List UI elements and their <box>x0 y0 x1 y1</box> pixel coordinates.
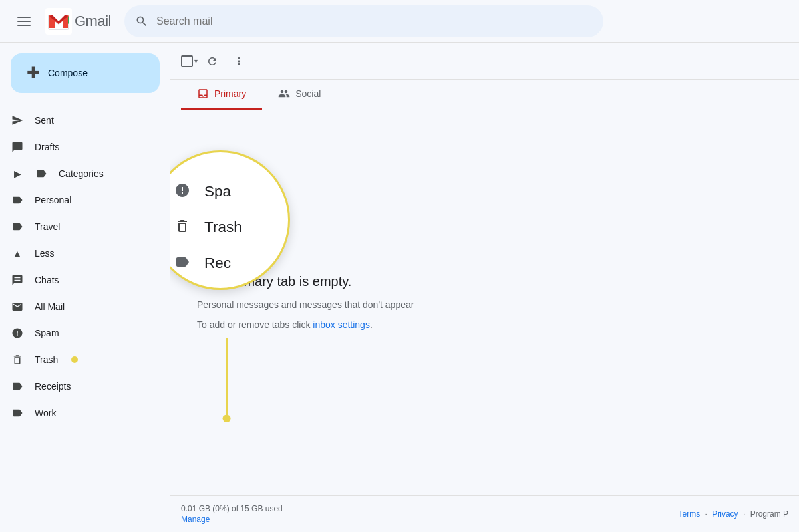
zoom-receipts-icon <box>172 252 192 272</box>
zoom-circle: Spa Trash <box>170 150 290 290</box>
zoom-item-trash: Trash <box>170 208 276 244</box>
inbox-settings-link[interactable]: inbox settings <box>313 319 370 330</box>
sidebar-divider <box>0 104 170 104</box>
zoom-item-receipts: Rec <box>170 244 276 280</box>
zoom-trash-icon <box>172 216 192 236</box>
sidebar-item-label: Spam <box>35 328 59 338</box>
app-title: Gmail <box>75 13 111 30</box>
compose-label: Compose <box>48 68 88 78</box>
trash-icon <box>11 353 24 366</box>
tabs-bar: Primary Social <box>170 80 799 110</box>
social-icon <box>278 88 290 100</box>
svg-rect-1 <box>17 21 31 22</box>
zoom-spam-label: Spa <box>204 182 231 199</box>
manage-storage-link[interactable]: Manage <box>181 515 283 524</box>
svg-rect-2 <box>17 25 31 26</box>
storage-text: 0.01 GB (0%) of 15 GB used <box>181 504 283 513</box>
mail-icon <box>11 300 24 313</box>
empty-desc-text: Personal messages and messages that don'… <box>197 299 414 310</box>
privacy-link[interactable]: Privacy <box>712 509 738 519</box>
sidebar-item-trash[interactable]: Trash <box>0 346 160 373</box>
zoom-trash-label: Trash <box>204 217 242 235</box>
sidebar-item-travel[interactable]: Travel <box>0 213 160 240</box>
search-input[interactable] <box>156 15 593 27</box>
search-icon <box>135 15 148 28</box>
more-options-button[interactable] <box>227 49 251 73</box>
sent-icon <box>11 114 24 127</box>
sidebar-item-label: Travel <box>35 221 60 232</box>
menu-button[interactable] <box>11 8 37 35</box>
footer: 0.01 GB (0%) of 15 GB used Manage Terms … <box>170 495 799 532</box>
footer-links: Terms · Privacy · Program P <box>679 509 788 519</box>
expand-icon: ▶ <box>11 167 24 180</box>
label-icon <box>11 406 24 420</box>
select-all-checkbox[interactable] <box>181 55 193 67</box>
settings-prefix: To add or remove tabs click <box>197 319 313 330</box>
empty-state-description: Personal messages and messages that don'… <box>197 297 516 312</box>
trash-indicator-dot <box>71 356 78 363</box>
sidebar-item-receipts[interactable]: Receipts <box>0 373 160 400</box>
sidebar: ✚ Compose Sent Drafts ▶ <box>0 43 170 532</box>
label-icon <box>11 380 24 393</box>
zoom-item-spam: Spa <box>170 172 276 208</box>
tab-primary-label: Primary <box>214 88 246 99</box>
refresh-button[interactable] <box>200 49 224 73</box>
program-text: Program P <box>750 509 788 519</box>
search-bar[interactable] <box>124 5 603 37</box>
footer-storage: 0.01 GB (0%) of 15 GB used Manage <box>181 504 283 524</box>
expand-less-icon: ▲ <box>11 247 24 260</box>
svg-rect-0 <box>17 17 31 18</box>
sidebar-item-personal[interactable]: Personal <box>0 187 160 213</box>
select-all-area[interactable]: ▾ <box>181 55 198 67</box>
sidebar-item-label: Trash <box>35 354 58 365</box>
sidebar-item-chats[interactable]: Chats <box>0 267 160 293</box>
sidebar-item-label: Categories <box>59 168 104 179</box>
sidebar-item-work[interactable]: Work <box>0 400 160 426</box>
label-icon <box>11 194 24 207</box>
zoom-spam-icon <box>172 180 192 200</box>
sidebar-item-spam[interactable]: Spam <box>0 320 160 346</box>
sidebar-item-less[interactable]: ▲ Less <box>0 240 160 267</box>
chat-icon <box>11 273 24 287</box>
terms-link[interactable]: Terms <box>679 509 701 519</box>
select-dropdown-arrow[interactable]: ▾ <box>194 57 198 65</box>
zoom-receipts-label: Rec <box>204 253 231 271</box>
gmail-logo[interactable]: Gmail <box>45 8 111 35</box>
spam-icon <box>11 327 24 340</box>
sidebar-item-label: Receipts <box>35 381 71 392</box>
settings-suffix: . <box>370 319 373 330</box>
sidebar-item-label: Less <box>35 248 55 259</box>
sidebar-item-label: Chats <box>35 275 59 285</box>
label-icon <box>11 220 24 233</box>
sidebar-item-label: Drafts <box>35 142 59 152</box>
sidebar-item-categories[interactable]: ▶ Categories <box>0 160 160 187</box>
drafts-icon <box>11 140 24 154</box>
tab-primary[interactable]: Primary <box>181 80 262 110</box>
top-bar: Gmail <box>0 0 799 43</box>
sidebar-item-label: Personal <box>35 195 71 205</box>
label-icon <box>35 167 48 180</box>
sidebar-item-label: Sent <box>35 115 54 126</box>
inbox-icon <box>197 88 209 100</box>
sidebar-item-drafts[interactable]: Drafts <box>0 134 160 160</box>
sidebar-item-label: All Mail <box>35 301 65 312</box>
main-layout: ✚ Compose Sent Drafts ▶ <box>0 43 799 532</box>
tab-social-label: Social <box>295 88 321 99</box>
empty-state-settings: To add or remove tabs click inbox settin… <box>197 317 516 332</box>
main-panel: Spa Trash <box>170 110 799 495</box>
content-area: ▾ Primary <box>170 43 799 532</box>
sidebar-item-sent[interactable]: Sent <box>0 107 160 134</box>
toolbar: ▾ <box>170 43 799 80</box>
sidebar-item-all-mail[interactable]: All Mail <box>0 293 160 320</box>
tab-social[interactable]: Social <box>262 80 337 110</box>
compose-plus-icon: ✚ <box>27 64 40 82</box>
compose-button[interactable]: ✚ Compose <box>11 53 160 93</box>
sidebar-item-label: Work <box>35 408 56 418</box>
